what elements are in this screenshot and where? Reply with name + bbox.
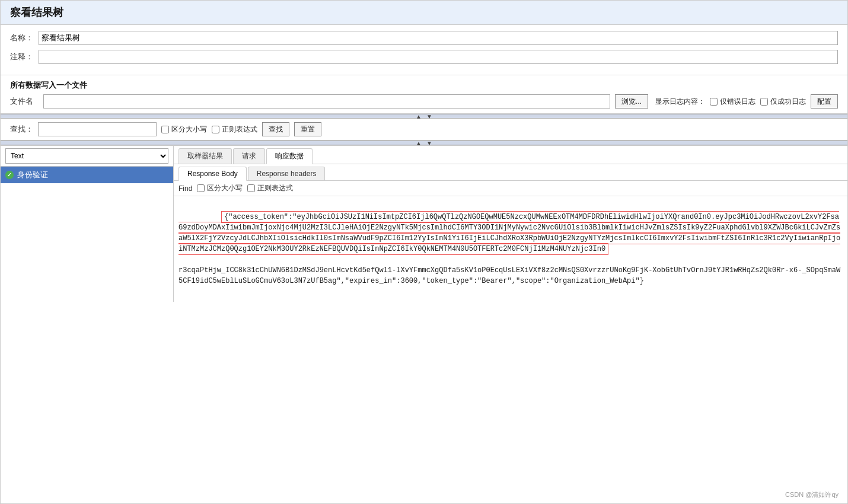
file-label: 文件名 xyxy=(10,96,39,107)
separator-1[interactable]: ▲ ▼ xyxy=(1,114,847,119)
shield-icon: ✓ xyxy=(5,171,14,179)
tree-item-auth[interactable]: ✓ 身份验证 xyxy=(1,167,173,183)
find-case-checkbox[interactable] xyxy=(197,184,205,192)
file-section-title: 所有数据写入一个文件 xyxy=(10,80,838,91)
watermark: CSDN @清如许qy xyxy=(785,490,839,499)
find-case-group: 区分大小写 xyxy=(197,183,243,193)
case-sensitive-checkbox[interactable] xyxy=(161,126,169,133)
access-token-box: {"access_token":"eyJhbGciOiJSUzI1NiIsImt… xyxy=(178,211,840,255)
comment-input[interactable] xyxy=(39,50,838,64)
response-text-part2: r3cqaPtHjw_ICC8k31cChUWN6B1DzMSdJ9enLHcv… xyxy=(178,266,840,285)
file-input[interactable] xyxy=(43,94,610,109)
tab-sampler-result[interactable]: 取样器结果 xyxy=(178,148,232,164)
name-input[interactable] xyxy=(39,31,838,45)
arrow-up-2-icon[interactable]: ▲ xyxy=(416,140,422,146)
find-regex-checkbox[interactable] xyxy=(247,184,255,192)
file-section: 所有数据写入一个文件 文件名 浏览... 显示日志内容： 仅错误日志 仅成功日志… xyxy=(1,75,847,114)
success-log-group: 仅成功日志 xyxy=(760,97,806,107)
name-row: 名称： xyxy=(10,31,838,45)
regex-group: 正则表达式 xyxy=(212,125,257,135)
content-wrapper: Text ✓ 身份验证 取样器结果 请求 响应数据 Response Body … xyxy=(1,145,847,302)
search-bar: 查找： 区分大小写 正则表达式 查找 重置 xyxy=(1,119,847,141)
right-panel: 取样器结果 请求 响应数据 Response Body Response hea… xyxy=(174,146,847,302)
success-log-label: 仅成功日志 xyxy=(770,97,806,107)
response-text: {"access_token":"eyJhbGciOiJSUzI1NiIsImt… xyxy=(178,201,843,297)
search-input[interactable] xyxy=(38,122,157,136)
title-bar: 察看结果树 xyxy=(1,1,847,25)
sub-tabs: Response Body Response headers xyxy=(174,164,847,181)
name-label: 名称： xyxy=(10,33,39,43)
find-label: Find xyxy=(178,184,192,193)
find-case-label: 区分大小写 xyxy=(207,183,243,193)
error-log-label: 仅错误日志 xyxy=(720,97,755,107)
left-panel-header: Text xyxy=(1,146,173,167)
text-dropdown[interactable]: Text xyxy=(5,148,168,164)
search-label: 查找： xyxy=(10,124,33,135)
response-content-area[interactable]: {"access_token":"eyJhbGciOiJSUzI1NiIsImt… xyxy=(174,196,847,302)
tab-request[interactable]: 请求 xyxy=(233,148,265,164)
comment-row: 注释： xyxy=(10,50,838,64)
browse-button[interactable]: 浏览... xyxy=(615,94,648,109)
find-regex-label: 正则表达式 xyxy=(257,183,293,193)
find-regex-group: 正则表达式 xyxy=(247,183,293,193)
error-log-checkbox[interactable] xyxy=(710,98,718,106)
file-row: 文件名 浏览... 显示日志内容： 仅错误日志 仅成功日志 配置 xyxy=(10,94,838,109)
error-log-group: 仅错误日志 xyxy=(710,97,755,107)
main-container: 察看结果树 名称： 注释： 所有数据写入一个文件 文件名 浏览... 显示日志内… xyxy=(0,0,848,504)
case-sensitive-group: 区分大小写 xyxy=(161,125,207,135)
left-panel: Text ✓ 身份验证 xyxy=(1,146,174,302)
comment-label: 注释： xyxy=(10,52,39,62)
reset-button[interactable]: 重置 xyxy=(294,122,321,136)
main-tabs: 取样器结果 请求 响应数据 xyxy=(174,146,847,164)
success-log-checkbox[interactable] xyxy=(760,98,768,106)
arrow-up-icon[interactable]: ▲ xyxy=(416,113,422,120)
sub-tab-response-body[interactable]: Response Body xyxy=(178,167,247,181)
name-section: 名称： 注释： xyxy=(1,25,847,75)
tree-item-label: 身份验证 xyxy=(17,170,48,180)
arrow-down-2-icon[interactable]: ▼ xyxy=(426,140,432,146)
arrow-down-icon[interactable]: ▼ xyxy=(426,113,432,120)
find-bar: Find 区分大小写 正则表达式 xyxy=(174,181,847,196)
page-title: 察看结果树 xyxy=(10,7,63,18)
regex-checkbox[interactable] xyxy=(212,126,219,133)
separator-2[interactable]: ▲ ▼ xyxy=(1,141,847,145)
sub-tab-response-headers[interactable]: Response headers xyxy=(248,167,326,180)
tab-response-data[interactable]: 响应数据 xyxy=(266,148,313,164)
log-label: 显示日志内容： xyxy=(655,97,705,107)
case-sensitive-label: 区分大小写 xyxy=(171,125,207,135)
regex-label: 正则表达式 xyxy=(222,125,257,135)
config-button[interactable]: 配置 xyxy=(811,94,838,109)
find-button[interactable]: 查找 xyxy=(262,122,289,136)
